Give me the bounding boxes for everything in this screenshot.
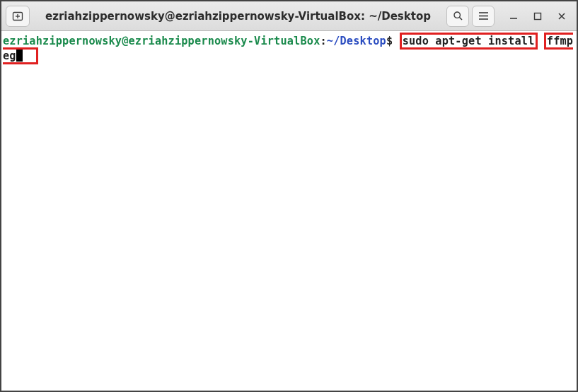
svg-line-4 [459,18,462,21]
minimize-icon [509,12,518,21]
new-tab-button[interactable] [6,6,30,27]
window-titlebar: ezriahzippernowsky@ezriahzippernowsky-Vi… [1,1,577,31]
svg-point-3 [454,12,460,18]
new-tab-icon [11,11,24,22]
command-text-1: sudo apt-get install [403,35,535,47]
prompt-path: ~/Desktop [327,35,386,47]
hamburger-icon [478,11,489,21]
prompt-symbol: $ [386,35,393,47]
highlight-box-1: sudo apt-get install [400,33,538,50]
titlebar-right-group [446,6,572,27]
close-icon [557,12,566,21]
minimize-button[interactable] [503,6,524,27]
search-button[interactable] [446,6,469,27]
maximize-button[interactable] [527,6,548,27]
cursor [16,50,23,62]
maximize-icon [533,12,542,21]
search-icon [453,11,463,21]
prompt-separator: : [320,35,327,47]
menu-button[interactable] [472,6,495,27]
svg-rect-9 [535,13,541,19]
prompt-user-host: ezriahzippernowsky@ezriahzippernowsky-Vi… [3,35,320,47]
close-button[interactable] [551,6,572,27]
terminal-viewport[interactable]: ezriahzippernowsky@ezriahzippernowsky-Vi… [1,31,577,66]
window-title: ezriahzippernowsky@ezriahzippernowsky-Vi… [34,10,442,23]
